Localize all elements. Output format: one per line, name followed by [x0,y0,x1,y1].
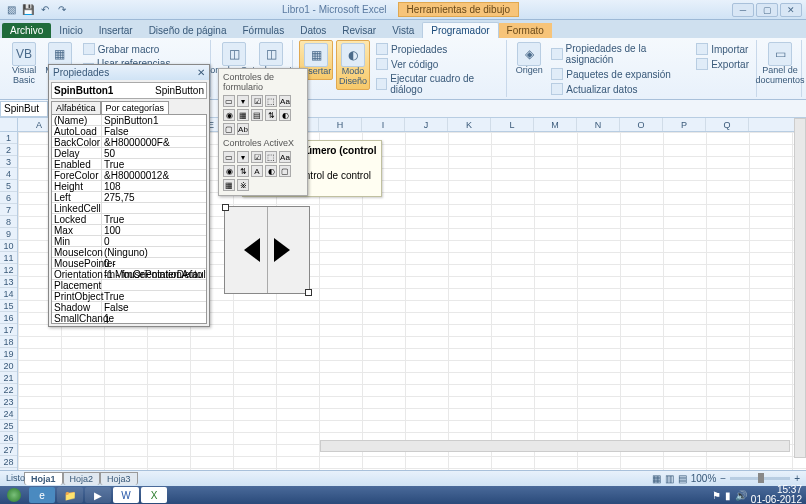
zoom-level[interactable]: 100% [691,473,717,484]
name-box[interactable]: SpinBut [0,101,48,117]
tab-diseno[interactable]: Diseño de página [141,23,235,38]
vertical-scrollbar[interactable] [794,118,806,458]
system-tray[interactable]: ⚑ ▮ 🔊 15:37 01-06-2012 [712,485,806,504]
taskbar-excel-icon[interactable]: X [141,487,167,503]
property-row[interactable]: MousePointer0 - fmMousePointerDefault [52,258,206,269]
property-row[interactable]: PrintObjectTrue [52,291,206,302]
property-row[interactable]: ForeColor&H80000012& [52,170,206,181]
tray-flag-icon[interactable]: ⚑ [712,490,721,501]
zoom-in-button[interactable]: + [794,473,800,484]
tab-revisar[interactable]: Revisar [334,23,384,38]
property-row[interactable]: ShadowFalse [52,302,206,313]
row-header[interactable]: 12 [0,264,17,276]
row-header[interactable]: 10 [0,240,17,252]
row-header[interactable]: 22 [0,384,17,396]
row-header[interactable]: 27 [0,444,17,456]
property-row[interactable]: Max100 [52,225,206,236]
property-row[interactable]: Min0 [52,236,206,247]
property-row[interactable]: SmallChange1 [52,313,206,324]
property-row[interactable]: AutoLoadFalse [52,126,206,137]
dialog-button[interactable]: Ejecutar cuadro de diálogo [375,72,500,96]
xml-export-button[interactable]: Exportar [695,57,750,71]
view-break-icon[interactable]: ▤ [678,473,687,484]
form-controls-icons[interactable]: ▭▾☑⬚Aa◉ ▦▤⇅◐▢Ab [221,93,305,137]
property-row[interactable]: EnabledTrue [52,159,206,170]
col-header[interactable]: I [362,118,405,131]
doc-panel-button[interactable]: ▭Panel de documentos [763,40,797,88]
properties-tab-category[interactable]: Por categorías [101,101,170,114]
zoom-out-button[interactable]: − [720,473,726,484]
property-row[interactable]: Delay50 [52,148,206,159]
redo-icon[interactable]: ↷ [55,3,69,17]
select-all-corner[interactable] [0,118,18,132]
row-header[interactable]: 21 [0,372,17,384]
tab-programador[interactable]: Programador [422,22,498,38]
activex-controls-icons[interactable]: ▭▾☑⬚Aa◉ ⇅A◐▢▦※ [221,149,305,193]
xml-refresh-button[interactable]: Actualizar datos [550,82,688,96]
row-header[interactable]: 11 [0,252,17,264]
row-header[interactable]: 28 [0,456,17,468]
tab-inicio[interactable]: Inicio [51,23,90,38]
row-header[interactable]: 15 [0,300,17,312]
row-header[interactable]: 17 [0,324,17,336]
properties-object-selector[interactable]: SpinButton1SpinButton [51,82,207,99]
save-icon[interactable]: 💾 [21,3,35,17]
row-header[interactable]: 13 [0,276,17,288]
tray-volume-icon[interactable]: 🔊 [735,490,747,501]
property-row[interactable]: Left275,75 [52,192,206,203]
row-headers[interactable]: 1234567891011121314151617181920212223242… [0,132,18,470]
minimize-button[interactable]: ─ [732,3,754,17]
visual-basic-button[interactable]: VBVisual Basic [8,40,40,88]
properties-button[interactable]: Propiedades [375,42,500,56]
maximize-button[interactable]: ▢ [756,3,778,17]
col-header[interactable]: N [577,118,620,131]
property-row[interactable]: Placement [52,280,206,291]
row-header[interactable]: 25 [0,420,17,432]
view-normal-icon[interactable]: ▦ [652,473,661,484]
tab-file[interactable]: Archivo [2,23,51,38]
row-header[interactable]: 16 [0,312,17,324]
property-row[interactable]: LockedTrue [52,214,206,225]
row-header[interactable]: 7 [0,204,17,216]
taskbar-explorer-icon[interactable]: 📁 [57,487,83,503]
row-header[interactable]: 1 [0,132,17,144]
spin-right-button[interactable] [268,207,310,293]
property-row[interactable]: LinkedCell [52,203,206,214]
row-header[interactable]: 5 [0,180,17,192]
col-header[interactable]: H [319,118,362,131]
sheet-tab-2[interactable]: Hoja2 [63,472,101,485]
tab-datos[interactable]: Datos [292,23,334,38]
taskbar-word-icon[interactable]: W [113,487,139,503]
row-header[interactable]: 24 [0,408,17,420]
col-header[interactable]: J [405,118,448,131]
properties-title[interactable]: Propiedades✕ [49,65,209,80]
row-header[interactable]: 4 [0,168,17,180]
row-header[interactable]: 8 [0,216,17,228]
record-macro-button[interactable]: Grabar macro [82,42,204,56]
property-row[interactable]: BackColor&H8000000F& [52,137,206,148]
row-header[interactable]: 2 [0,144,17,156]
col-header[interactable]: P [663,118,706,131]
spinbutton-control[interactable] [224,206,310,294]
start-button[interactable] [0,486,28,504]
taskbar-media-icon[interactable]: ▶ [85,487,111,503]
tray-network-icon[interactable]: ▮ [725,490,731,501]
row-header[interactable]: 23 [0,396,17,408]
property-row[interactable]: (Name)SpinButton1 [52,115,206,126]
xml-import-button[interactable]: Importar [695,42,750,56]
close-button[interactable]: ✕ [780,3,802,17]
tab-formulas[interactable]: Fórmulas [234,23,292,38]
row-header[interactable]: 9 [0,228,17,240]
properties-tab-alpha[interactable]: Alfabética [51,101,101,114]
tab-formato[interactable]: Formato [499,23,552,38]
property-row[interactable]: Orientation-1 - fmOrientationAuto [52,269,206,280]
xml-source-button[interactable]: ◈Origen [513,40,545,78]
row-header[interactable]: 3 [0,156,17,168]
design-mode-button[interactable]: ◐Modo Diseño [336,40,370,90]
close-icon[interactable]: ✕ [197,67,205,78]
col-header[interactable]: M [534,118,577,131]
row-header[interactable]: 26 [0,432,17,444]
tab-insertar[interactable]: Insertar [91,23,141,38]
view-layout-icon[interactable]: ▥ [665,473,674,484]
tab-vista[interactable]: Vista [384,23,422,38]
